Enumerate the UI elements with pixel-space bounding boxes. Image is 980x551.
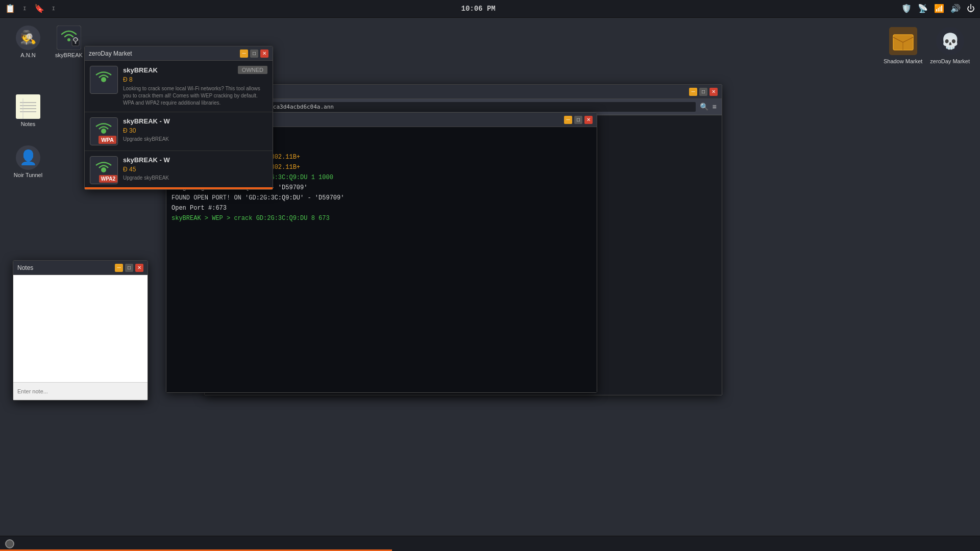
broadcast-icon: 📡 — [918, 4, 928, 14]
volume-icon: 🔊 — [950, 4, 961, 14]
ann-icon: 🕵️ — [16, 26, 40, 50]
desktop: 🕵️ A.N.N skyBREAK — [0, 18, 980, 536]
notes-titlebar[interactable]: Notes ─ □ ✕ — [13, 261, 148, 275]
market-skybreak-desc: Looking to crack some local Wi-Fi networ… — [123, 85, 267, 107]
zeroday-minimize-button[interactable]: ─ — [240, 49, 248, 58]
desktop-icon-skybreak[interactable]: skyBREAK — [51, 26, 87, 58]
market-wpa2-name: skyBREAK - W — [123, 156, 170, 164]
market-wpa-name: skyBREAK - W — [123, 117, 170, 125]
browser-close-button[interactable]: ✕ — [709, 88, 718, 96]
svg-point-3 — [67, 38, 70, 41]
zeroday-market-desktop-icon[interactable]: 💀 zeroDay Market — [930, 26, 970, 64]
zeroday-market-titlebar[interactable]: zeroDay Market ─ □ ✕ — [85, 46, 273, 61]
browser-titlebar[interactable]: Browser ─ □ ✕ — [205, 85, 722, 99]
taskbar-icon-bookmark[interactable]: 🔖 — [34, 4, 44, 14]
notes-controls: ─ □ ✕ — [115, 264, 143, 272]
svg-rect-2 — [57, 26, 81, 50]
bottom-bar — [0, 536, 980, 551]
market-wpa-info: skyBREAK - W Ð 30 Upgrade skyBREAK — [123, 117, 267, 142]
market-wpa2-upgrade: Upgrade skyBREAK — [123, 175, 267, 181]
notes-minimize-button[interactable]: ─ — [115, 264, 123, 272]
wpa-badge: WPA — [99, 136, 116, 144]
address-input[interactable] — [218, 102, 695, 112]
shadow-market-img — [888, 26, 918, 56]
notes-input[interactable] — [17, 388, 143, 394]
zeroday-market-controls: ─ □ ✕ — [240, 49, 268, 58]
svg-text:🕵️: 🕵️ — [20, 29, 37, 46]
taskbar-left: 📋 I 🔖 I — [5, 4, 55, 14]
zeroday-close-button[interactable]: ✕ — [260, 49, 268, 58]
menu-icon[interactable]: ≡ — [713, 103, 717, 111]
top-taskbar: 📋 I 🔖 I 10:06 PM 🛡️ 📡 📶 🔊 ⏻ — [0, 0, 980, 18]
bottom-indicator — [5, 539, 14, 548]
svg-rect-7 — [16, 94, 40, 119]
market-item-wpa2[interactable]: WPA2 skyBREAK - W Ð 45 Upgrade skyBREAK — [85, 151, 273, 189]
zeroday-market-window: zeroDay Market ─ □ ✕ skyBRE — [84, 46, 273, 190]
market-skybreak-name: skyBREAK — [123, 66, 158, 74]
skybreak-minimize-button[interactable]: ─ — [564, 116, 572, 124]
svg-text:👤: 👤 — [19, 149, 37, 166]
desktop-icon-noir-tunnel[interactable]: 👤 Noir Tunnel — [10, 145, 46, 178]
taskbar-time: 10:06 PM — [461, 5, 496, 13]
browser-maximize-button[interactable]: □ — [699, 88, 707, 96]
taskbar-right: 🛡️ 📡 📶 🔊 ⏻ — [901, 4, 975, 14]
notes-close-button[interactable]: ✕ — [135, 264, 143, 272]
market-wpa2-info: skyBREAK - W Ð 45 Upgrade skyBREAK — [123, 156, 267, 181]
market-wpa-header: skyBREAK - W — [123, 117, 267, 125]
shadow-market-label: Shadow Market — [884, 58, 922, 64]
market-skybreak-header: skyBREAK OWNED — [123, 66, 267, 74]
ann-label: A.N.N — [20, 52, 35, 58]
search-icon[interactable]: 🔍 — [700, 103, 708, 111]
svg-point-20 — [101, 77, 106, 82]
market-wpa2-icon: WPA2 — [90, 156, 118, 184]
desktop-icon-ann[interactable]: 🕵️ A.N.N — [10, 26, 46, 58]
skybreak-maximize-button[interactable]: □ — [574, 116, 582, 124]
svg-point-6 — [75, 42, 77, 44]
desktop-icon-notes[interactable]: Notes — [10, 94, 46, 127]
browser-controls: ─ □ ✕ — [689, 88, 718, 96]
market-wpa2-header: skyBREAK - W — [123, 156, 267, 164]
notes-label: Notes — [21, 121, 36, 127]
svg-point-21 — [101, 129, 106, 134]
notes-window: Notes ─ □ ✕ — [13, 260, 148, 400]
zeroday-market-label: zeroDay Market — [930, 58, 970, 64]
market-wpa-icon: WPA — [90, 117, 118, 145]
market-body: skyBREAK OWNED Ð 8 Looking to crack some… — [85, 61, 273, 189]
shadow-market-icon[interactable]: Shadow Market — [884, 26, 922, 64]
market-wpa2-price: Ð 45 — [123, 166, 267, 173]
notes-input-area[interactable] — [13, 382, 148, 400]
shield-icon: 🛡️ — [901, 4, 912, 14]
taskbar-counter-1: I — [23, 6, 27, 12]
taskbar-counter-2: I — [52, 6, 56, 12]
market-orange-bar — [85, 187, 273, 189]
market-wpa-price: Ð 30 — [123, 127, 267, 134]
skybreak-controls: ─ □ ✕ — [564, 116, 593, 124]
skybreak-label: skyBREAK — [55, 52, 83, 58]
notes-window-title: Notes — [17, 264, 33, 271]
browser-minimize-button[interactable]: ─ — [689, 88, 697, 96]
market-skybreak-price: Ð 8 — [123, 76, 267, 83]
notes-content — [13, 275, 148, 382]
owned-badge: OWNED — [238, 66, 267, 74]
zeroday-maximize-button[interactable]: □ — [250, 49, 258, 58]
market-skybreak-icon — [90, 66, 118, 94]
skybreak-close-button[interactable]: ✕ — [584, 116, 593, 124]
terminal-line: skyBREAK > WEP > crack GD:2G:3C:Q9:DU 8 … — [172, 214, 592, 223]
market-item-wpa[interactable]: WPA skyBREAK - W Ð 30 Upgrade skyBREAK — [85, 112, 273, 151]
wifi-icon: 📶 — [934, 4, 944, 14]
terminal-line: Open Port #:673 — [172, 204, 592, 213]
market-wpa-upgrade: Upgrade skyBREAK — [123, 136, 267, 142]
terminal-line: FOUND OPEN PORT! ON 'GD:2G:3C:Q9:DU' - '… — [172, 193, 592, 203]
market-item-skybreak[interactable]: skyBREAK OWNED Ð 8 Looking to crack some… — [85, 61, 273, 112]
notes-maximize-button[interactable]: □ — [125, 264, 133, 272]
noir-tunnel-icon: 👤 — [16, 145, 40, 170]
right-desktop-icons: Shadow Market 💀 zeroDay Market — [884, 26, 970, 64]
svg-point-22 — [101, 167, 106, 172]
power-icon[interactable]: ⏻ — [967, 4, 975, 14]
svg-text:💀: 💀 — [940, 32, 960, 51]
wpa2-badge: WPA2 — [99, 175, 117, 183]
skybreak-icon — [57, 26, 81, 50]
taskbar-icon-clipboard[interactable]: 📋 — [5, 4, 15, 14]
noir-tunnel-label: Noir Tunnel — [14, 172, 42, 178]
zeroday-market-title: zeroDay Market — [89, 50, 132, 57]
